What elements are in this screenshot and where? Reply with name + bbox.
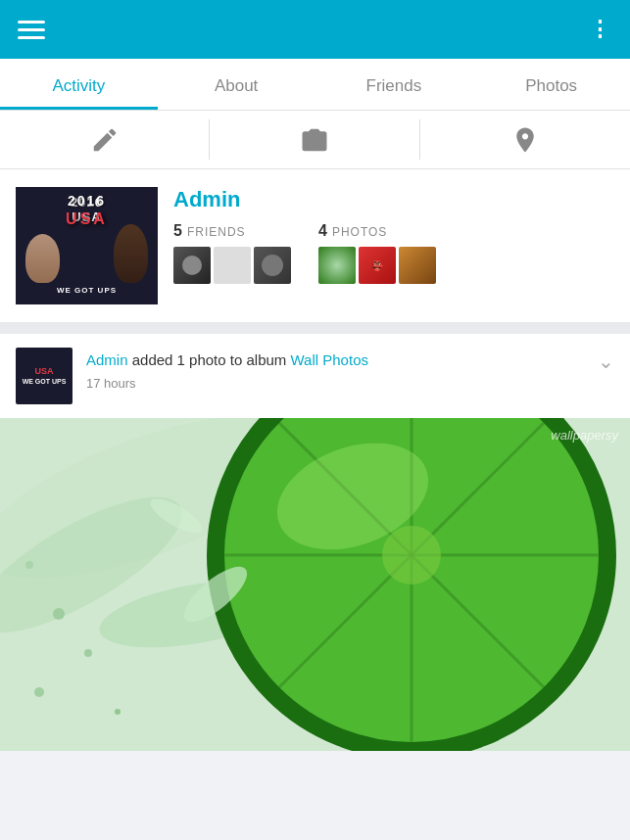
chevron-down-icon[interactable]: ⌄: [598, 350, 614, 373]
svg-point-8: [25, 561, 33, 569]
friends-stat: 5 FRIENDS: [173, 222, 291, 284]
friends-thumbnails: [173, 247, 291, 284]
action-icon-bar: [0, 111, 630, 169]
friend-thumb-1[interactable]: [173, 247, 211, 284]
profile-section: 2016 USA WE GOT UPS Admin 5 FRIENDS: [0, 169, 630, 322]
tab-friends[interactable]: Friends: [315, 59, 473, 110]
photo-thumb-1[interactable]: [318, 247, 356, 284]
edit-icon: [90, 125, 120, 155]
activity-photo[interactable]: wallpapersy: [0, 418, 630, 751]
svg-point-6: [34, 687, 44, 697]
top-bar: ⋮: [0, 0, 630, 59]
profile-info: Admin 5 FRIENDS: [173, 187, 614, 284]
hamburger-menu[interactable]: [18, 21, 45, 39]
friends-count: 5: [173, 222, 182, 240]
svg-point-16: [382, 526, 441, 584]
navigation-tabs: Activity About Friends Photos: [0, 59, 630, 111]
tab-activity[interactable]: Activity: [0, 59, 158, 110]
photos-count: 4: [318, 222, 327, 240]
profile-image[interactable]: 2016 USA WE GOT UPS: [16, 187, 158, 304]
profile-name[interactable]: Admin: [173, 187, 614, 212]
tab-photos[interactable]: Photos: [472, 59, 630, 110]
lime-svg: [0, 418, 630, 751]
activity-thumbnail[interactable]: USA WE GOT UPS: [16, 348, 73, 404]
friends-label: FRIENDS: [187, 225, 246, 239]
svg-point-4: [53, 608, 65, 620]
edit-icon-button[interactable]: [0, 111, 210, 168]
friend-thumb-2[interactable]: [214, 247, 251, 284]
photo-watermark: wallpapersy: [551, 428, 618, 443]
camera-icon: [300, 125, 329, 155]
section-separator: [0, 322, 630, 334]
location-icon: [510, 125, 540, 155]
activity-user-link[interactable]: Admin: [86, 351, 128, 368]
activity-time: 17 hours: [86, 376, 584, 391]
photo-thumb-2[interactable]: 👺: [359, 247, 396, 284]
camera-icon-button[interactable]: [210, 111, 419, 168]
photos-thumbnails: 👺: [318, 247, 436, 284]
more-options-button[interactable]: ⋮: [589, 17, 612, 42]
svg-point-5: [84, 649, 92, 657]
photos-stat: 4 PHOTOS 👺: [318, 222, 436, 284]
tab-about[interactable]: About: [158, 59, 315, 110]
activity-action: added 1 photo to album: [128, 351, 291, 368]
stats-row: 5 FRIENDS 4 PHOTOS: [173, 222, 614, 284]
svg-point-7: [115, 709, 121, 715]
activity-album-link[interactable]: Wall Photos: [291, 351, 368, 368]
activity-content: Admin added 1 photo to album Wall Photos…: [86, 348, 584, 391]
activity-text: Admin added 1 photo to album Wall Photos: [86, 350, 584, 370]
activity-item: USA WE GOT UPS Admin added 1 photo to al…: [0, 334, 630, 418]
location-icon-button[interactable]: [420, 111, 630, 168]
photos-label: PHOTOS: [332, 225, 387, 239]
photo-thumb-3[interactable]: [399, 247, 436, 284]
friend-thumb-3[interactable]: [254, 247, 291, 284]
